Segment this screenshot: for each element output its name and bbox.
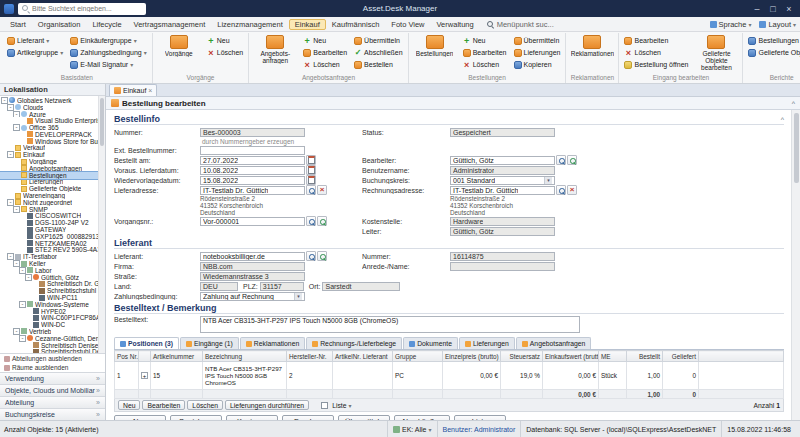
ubermitteln-button[interactable]: Übermitteln xyxy=(338,415,390,420)
expander-icon[interactable]: - xyxy=(7,104,14,111)
column-header-bezeichnung[interactable]: Bezeichnung xyxy=(203,351,287,362)
tree-item-gateway[interactable]: GATEWAY xyxy=(0,226,98,233)
liste-dropdown[interactable]: Liste▾ xyxy=(332,402,351,409)
column-header-pos-nr[interactable]: Pos Nr. xyxy=(115,351,139,362)
scrollbar-thumb[interactable] xyxy=(794,113,799,183)
tree-item-schreibtisch-denise-cez[interactable]: Schreibtisch Denise Cez... xyxy=(0,342,98,349)
column-header-einkaufswert-brutto[interactable]: Einkaufswert (brutto) xyxy=(543,351,599,362)
ribbon-button-loschen[interactable]: ×Löschen xyxy=(461,59,509,70)
liste-button[interactable]: Liste xyxy=(454,415,506,420)
tree-item-snmp[interactable]: -SNMP xyxy=(0,206,98,213)
ribbon-button-bestellen[interactable]: Bestellen xyxy=(352,59,405,70)
grid-button-lieferungen-durchfuhren[interactable]: Lieferungen durchführen xyxy=(225,400,309,410)
tree-item-keller[interactable]: -Keller xyxy=(0,260,98,267)
sidebar-item-verwendung[interactable]: Verwendung» xyxy=(0,372,105,384)
sidebar-item-objekte-clouds-und-mobiliar[interactable]: Objekte, Clouds und Mobiliar» xyxy=(0,384,105,396)
tree-item-nicht-zugeordnet[interactable]: -Nicht zugeordnet xyxy=(0,199,98,206)
tree-item-guttich-gotz[interactable]: -Güttich, Götz xyxy=(0,274,98,281)
ribbon-button-lieferungen[interactable]: Lieferungen xyxy=(512,47,563,58)
ribbon-button-loschen[interactable]: ×Löschen xyxy=(301,59,349,70)
tree-item-globales-netzwerk[interactable]: -Globales Netzwerk xyxy=(0,97,98,104)
tab-lieferungen[interactable]: Lieferungen xyxy=(459,337,515,349)
toggle-raume-ausblenden[interactable]: Räume ausblenden xyxy=(0,363,105,372)
ext-bestellnummer-field[interactable] xyxy=(200,146,305,155)
calendar-icon[interactable] xyxy=(306,155,316,165)
ribbon-button-e-mail-signatur[interactable]: E-Mail Signatur▾ xyxy=(68,59,149,70)
lieferadresse-field[interactable]: IT-Testlab Dr. Güttich xyxy=(200,186,305,195)
ribbon-button-neu[interactable]: +Neu xyxy=(205,35,245,46)
ribbon-button-reklamationen[interactable]: Reklamationen xyxy=(569,33,615,57)
caret-down-icon[interactable]: ▾ xyxy=(294,293,302,300)
search-icon[interactable] xyxy=(556,185,566,195)
tree-item-azure[interactable]: -Azure xyxy=(0,111,98,118)
ribbon-button-vorgange[interactable]: Vorgänge xyxy=(156,33,202,57)
grid-button-bearbeiten[interactable]: Bearbeiten xyxy=(142,400,185,410)
menu-tab-lifecycle[interactable]: Lifecycle xyxy=(86,19,127,30)
ribbon-button-abschlie-en[interactable]: ✓Abschließen xyxy=(352,47,405,58)
lookup-icon[interactable] xyxy=(317,251,327,261)
tree-item-gelieferte-objekte[interactable]: Gelieferte Objekte xyxy=(0,185,98,192)
column-header-artikelnummer[interactable]: Artikelnummer xyxy=(151,351,203,362)
ribbon-button-artikelgruppe[interactable]: Artikelgruppe▾ xyxy=(5,47,65,58)
sidebar-item-abteilung[interactable]: Abteilung» xyxy=(0,396,105,408)
content-scrollbar[interactable] xyxy=(791,110,800,420)
ribbon-button-loschen[interactable]: ×Löschen xyxy=(205,47,245,58)
global-search[interactable] xyxy=(18,3,146,15)
caret-down-icon[interactable]: ▾ xyxy=(544,177,552,184)
expander-icon[interactable]: - xyxy=(19,301,26,308)
bearbeiter-field[interactable]: Güttich, Götz xyxy=(450,156,555,165)
ribbon-button-gelieferte-objekte[interactable]: Gelieferte Objekte xyxy=(746,47,800,58)
tab-einkauf[interactable]: Einkauf × xyxy=(109,84,157,96)
expander-icon[interactable]: - xyxy=(13,206,20,213)
column-header-me[interactable]: ME xyxy=(599,351,627,362)
ribbon-button-neu[interactable]: +Neu xyxy=(461,35,509,46)
column-header-gruppe[interactable]: Gruppe xyxy=(393,351,443,362)
tree-item-angebotsanfragen[interactable]: Angebotsanfragen xyxy=(0,165,98,172)
table-row[interactable]: 1+15NTB Acer CB315-3HT-P297 IPS Touch N5… xyxy=(115,362,784,390)
menu-search[interactable]: Menüpunkt suc... xyxy=(486,20,554,29)
tree-item-windows-store-for-business[interactable]: Windows Store for Business xyxy=(0,138,98,145)
abschlie-en-button[interactable]: Abschließen xyxy=(394,415,449,420)
tree-item-schreibtischstuhl-denise[interactable]: Schreibtischstuhl Denise... xyxy=(0,348,98,353)
lookup-icon[interactable] xyxy=(567,155,577,165)
tab-dokumente[interactable]: Dokumente xyxy=(403,337,458,349)
ribbon-button-ubermitteln[interactable]: Übermitteln xyxy=(512,35,563,46)
expander-icon[interactable]: - xyxy=(7,199,14,206)
layout-menu[interactable]: Layout ▾ xyxy=(759,20,796,29)
column-header-geliefert[interactable]: Geliefert xyxy=(663,351,699,362)
ribbon-button-bearbeiten[interactable]: Bearbeiten xyxy=(622,35,690,46)
neu-button[interactable]: Neu xyxy=(114,415,166,420)
menu-tab-einkauf[interactable]: Einkauf xyxy=(289,19,326,30)
tree-item-vertrieb[interactable]: -Vertrieb xyxy=(0,328,98,335)
tree-item-bestellungen[interactable]: Bestellungen xyxy=(0,172,98,179)
ribbon-button-bestellung-offnen[interactable]: Bestellung öffnen xyxy=(622,59,690,70)
tree-item-gxp1625-000882913086[interactable]: GXP1625_000882913086 xyxy=(0,233,98,240)
column-header-bestellt[interactable]: Bestellt xyxy=(627,351,663,362)
toggle-abteilungen-ausblenden[interactable]: Abteilungen ausblenden xyxy=(0,354,105,363)
ribbon-button-angebots-anfragen[interactable]: Angebots-anfragen xyxy=(252,33,298,64)
column-header-einzelpreis-brutto[interactable]: Einzelpreis (brutto) xyxy=(443,351,501,362)
tree-item-windows-systeme[interactable]: -Windows-Systeme xyxy=(0,301,98,308)
tab-eingange-1[interactable]: Eingänge (1) xyxy=(180,337,239,349)
expand-row-icon[interactable]: + xyxy=(141,372,148,379)
expander-icon[interactable]: - xyxy=(19,267,26,274)
tree-item-schreibtischstuhl-dr[interactable]: Schreibtischstuhl Dr... xyxy=(0,287,98,294)
speichern-button[interactable]: Speichern xyxy=(170,415,222,420)
ribbon-button-bestellungen[interactable]: Bestellungen xyxy=(746,35,800,46)
ribbon-button-lieferant[interactable]: Lieferant▾ xyxy=(5,35,65,46)
menu-tab-vertragsmanagement[interactable]: Vertragsmanagement xyxy=(128,19,212,30)
tree-item-netzkamera02[interactable]: NETZKAMERA02 xyxy=(0,240,98,247)
expander-icon[interactable]: - xyxy=(13,111,20,118)
ribbon-button-bearbeiten[interactable]: Bearbeiten xyxy=(301,47,349,58)
expander-icon[interactable]: - xyxy=(1,97,8,104)
column-header-hersteller-nr[interactable]: Hersteller-Nr. xyxy=(287,351,333,362)
close-button[interactable]: × xyxy=(782,2,796,16)
tree-item-verkauf[interactable]: Verkauf xyxy=(0,145,98,152)
calendar-icon[interactable] xyxy=(306,175,316,185)
minimize-button[interactable]: – xyxy=(750,2,764,16)
liste-checkbox[interactable] xyxy=(321,402,328,409)
global-search-input[interactable] xyxy=(32,5,143,12)
tree-item-hype02[interactable]: HYPE02 xyxy=(0,308,98,315)
menu-tab-foto-view[interactable]: Foto View xyxy=(385,19,430,30)
search-icon[interactable] xyxy=(306,216,316,226)
